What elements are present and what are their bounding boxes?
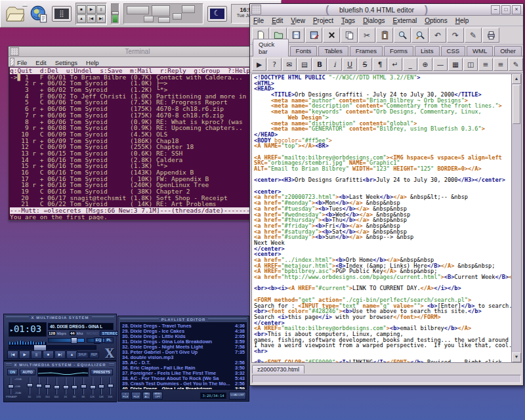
scrollbar-track[interactable]	[512, 125, 521, 352]
align-left-icon[interactable]: ≡	[478, 58, 493, 71]
menu-edit[interactable]: Edit	[272, 17, 283, 24]
eq-band-slider-14K[interactable]: 14K	[98, 377, 104, 400]
cd-pause-button[interactable]: ||	[96, 5, 106, 14]
strikeout-icon[interactable]: S	[358, 58, 372, 71]
eject-button[interactable]: ▲	[66, 350, 77, 359]
xmms-main-window[interactable]: X MULTIMEDIA SYSTEM ▶01:03 40. DIXIE DRE…	[3, 314, 117, 361]
time-display[interactable]: ▶01:03	[9, 322, 47, 337]
print-icon[interactable]	[482, 28, 499, 43]
paste-icon[interactable]	[376, 28, 393, 43]
frame-icon[interactable]: ◫	[463, 58, 478, 71]
playlist-track[interactable]: 33. Peter Gabriel - Don't Give Up7:35	[122, 350, 245, 355]
preamp-slider[interactable]: PREAMP	[7, 377, 13, 400]
save-icon[interactable]	[287, 28, 304, 43]
eq-band-slider-60[interactable]: 60	[26, 377, 32, 400]
close-button[interactable]: ×	[512, 5, 521, 14]
playlist-track[interactable]: 34. double vision.mp3	[122, 355, 245, 360]
tab-fonts[interactable]: Fonts	[290, 46, 318, 56]
terminal-window[interactable]: Terminal FileEditSettingsHelp q:Quit d:D…	[8, 46, 255, 220]
slider-knob[interactable]	[8, 385, 14, 388]
maximize-button[interactable]: □	[501, 5, 511, 14]
playlist-track[interactable]: 37. Foreigner - Feels Like The First Tim…	[122, 371, 245, 376]
window-menu-icon[interactable]	[251, 5, 261, 14]
bluefish-window[interactable]: (bluefish 0.4 HTML editor) –□× FileEditV…	[249, 3, 524, 386]
menu-dialogs[interactable]: Dialogs	[363, 17, 385, 24]
table-icon[interactable]: ▦	[448, 58, 463, 71]
nbsp-icon[interactable]: _	[403, 58, 417, 71]
desk-guide-pager[interactable]	[123, 3, 203, 24]
save-as-icon[interactable]	[305, 28, 322, 43]
eq-band-slider-170[interactable]: 170	[35, 377, 41, 400]
cd-eject-button[interactable]: ▲	[77, 14, 86, 23]
code-editor[interactable]: <!DOCTYPE HTML PUBLIC "-//W3C//DTD HTML …	[252, 74, 511, 362]
volume-knob[interactable]	[112, 11, 119, 15]
menu-edit[interactable]: Edit	[35, 59, 46, 66]
line-break-icon[interactable]: ↵	[388, 58, 402, 71]
load-list-button[interactable]: LOAD LIST	[229, 392, 246, 400]
eq-band-slider-3K[interactable]: 3K	[71, 377, 77, 400]
playlist-track[interactable]: 28. Dixie Dregs - Travel Tunes4:36	[122, 324, 245, 329]
find-replace-icon[interactable]	[411, 28, 429, 43]
minimize-button[interactable]: –	[491, 5, 500, 14]
playlist-track[interactable]: 39. Crash Test Dummies - Get You In The …	[122, 381, 245, 387]
tab-quick-bar[interactable]: Quick bar	[253, 39, 289, 56]
previous-button[interactable]: |◀	[7, 350, 18, 359]
menu-file[interactable]: File	[253, 17, 264, 24]
xmms-titlebar[interactable]: X MULTIMEDIA SYSTEM	[4, 314, 116, 320]
menu-help[interactable]: Help	[86, 59, 99, 66]
seek-bar[interactable]	[9, 345, 96, 350]
playlist-misc-opt-button[interactable]: MISC OPT	[152, 392, 163, 400]
eq-on-button[interactable]: ON	[7, 369, 18, 375]
xmms-equalizer-window[interactable]: X MULTIMEDIA SYSTEM - EQUALIZER ON AUTO …	[3, 361, 117, 402]
tab-tables[interactable]: Tables	[318, 46, 348, 56]
anchor-icon[interactable]: ⊕	[418, 58, 432, 71]
eq-auto-button[interactable]: AUTO	[20, 369, 35, 375]
rule-icon[interactable]: —	[433, 58, 448, 71]
panel-arrow-icon[interactable]	[22, 2, 28, 6]
playlist-sel-all-button[interactable]: SEL ALL	[142, 392, 152, 400]
menu-view[interactable]: View	[291, 17, 305, 24]
menu-project[interactable]: Project	[313, 17, 333, 24]
playlist-toggle[interactable]: PL	[104, 337, 114, 343]
playlist--file-button[interactable]: + FILE	[121, 392, 130, 400]
undo-icon[interactable]: ↶	[429, 28, 446, 43]
eq-band-slider-310[interactable]: 310	[44, 377, 50, 400]
cd-prev-button[interactable]: |◀	[87, 14, 96, 23]
volume-slider[interactable]	[48, 338, 85, 343]
menu-options[interactable]: Options	[425, 17, 447, 24]
playlist-track-list[interactable]: 28. Dixie Dregs - Travel Tunes4:3629. Di…	[120, 322, 247, 390]
menu-tags[interactable]: Tags	[341, 17, 355, 24]
pager-window[interactable]	[144, 16, 154, 22]
track-title-display[interactable]: 40. DIXIE DREGS - GINA L	[48, 323, 114, 330]
document-tab[interactable]: z20000730.html	[252, 365, 304, 373]
quick-anchor-icon[interactable]: ?	[267, 58, 282, 71]
tab-css[interactable]: CSS	[441, 46, 466, 56]
volume-applet[interactable]	[111, 3, 119, 24]
tab-frames[interactable]: Frames	[350, 46, 383, 56]
copy-icon[interactable]	[341, 28, 358, 43]
underline-icon[interactable]: U	[343, 58, 357, 71]
repeat-button[interactable]: REP	[89, 352, 99, 358]
eq-band-slider-16K[interactable]: 16K	[107, 377, 113, 400]
cd-play-button[interactable]: ▶	[87, 5, 96, 14]
volume-thumb[interactable]	[71, 337, 77, 344]
pager-window[interactable]	[182, 5, 195, 13]
equalizer-titlebar[interactable]: X MULTIMEDIA SYSTEM - EQUALIZER	[4, 362, 116, 368]
menu-help[interactable]: Help	[455, 17, 469, 24]
edit-icon[interactable]: ✎	[465, 28, 482, 43]
terminal-screen[interactable]: q:Quit d:Del u:Undel s:Save m:Mail r:Rep…	[9, 67, 255, 220]
cd-next-button[interactable]: ▶|	[96, 14, 106, 23]
shuffle-button[interactable]: SHUF	[76, 352, 88, 358]
scroll-down-icon[interactable]: ▼	[512, 352, 521, 362]
cut-icon[interactable]: ✂	[358, 28, 375, 43]
playlist-titlebar[interactable]: PLAYLIST EDITOR	[118, 316, 249, 322]
xmms-playlist-window[interactable]: PLAYLIST EDITOR 28. Dixie Dregs - Travel…	[117, 316, 249, 402]
gnome-menu-launcher[interactable]: ⣿	[52, 6, 72, 22]
scrollbar-thumb[interactable]	[513, 85, 520, 124]
tab-wml[interactable]: WML	[467, 46, 493, 56]
pager-window[interactable]	[173, 13, 182, 20]
window-menu-icon[interactable]	[10, 47, 19, 56]
bold-icon[interactable]: B	[312, 58, 327, 71]
tab-forms[interactable]: Forms	[384, 46, 413, 56]
cd-stop-button[interactable]: ■	[77, 5, 86, 14]
